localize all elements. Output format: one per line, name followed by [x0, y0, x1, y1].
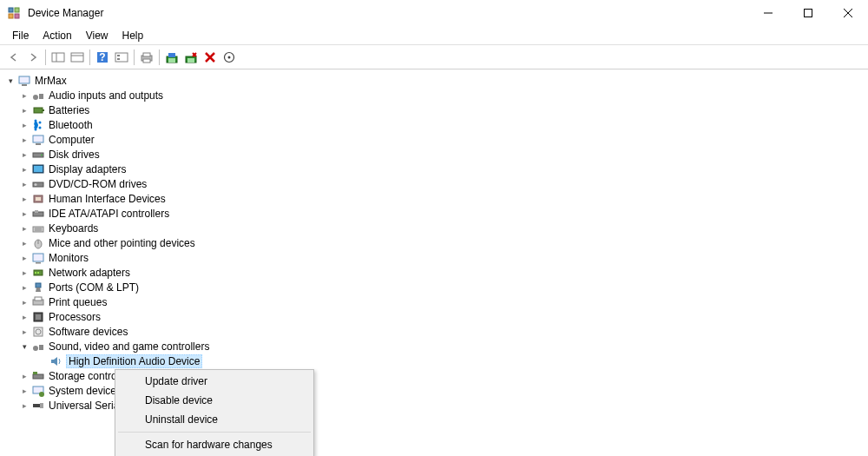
- svg-rect-10: [71, 53, 83, 62]
- chevron-right-icon[interactable]: ▸: [19, 164, 30, 175]
- category-icon: [31, 369, 45, 383]
- minimize-button[interactable]: [748, 0, 788, 26]
- category-icon: [31, 133, 45, 147]
- computer-icon: [17, 74, 31, 88]
- svg-rect-19: [143, 59, 150, 63]
- help-button[interactable]: ?: [94, 49, 111, 66]
- svg-rect-59: [36, 283, 41, 287]
- tree-category-label: Ports (COM & LPT): [49, 281, 139, 294]
- tree-category[interactable]: ▸Human Interface Devices: [5, 191, 863, 206]
- tree-category[interactable]: ▸Audio inputs and outputs: [5, 88, 863, 102]
- chevron-right-icon[interactable]: ▸: [19, 149, 30, 160]
- tree-category[interactable]: ▸Monitors: [5, 250, 863, 265]
- close-button[interactable]: [828, 0, 868, 26]
- tree-root[interactable]: ▾ MrMax: [5, 73, 863, 88]
- category-icon: [31, 148, 45, 162]
- tree-category[interactable]: ▸Disk drives: [5, 147, 863, 162]
- category-icon: [31, 236, 45, 250]
- disable-device-button[interactable]: [182, 49, 200, 66]
- tree-category[interactable]: ▸Computer: [5, 132, 863, 147]
- chevron-right-icon[interactable]: ▸: [19, 223, 30, 234]
- tree-category[interactable]: ▾Sound, video and game controllers: [5, 339, 863, 354]
- tree-category-label: Software devices: [49, 326, 128, 338]
- category-icon: [31, 192, 45, 206]
- svg-rect-61: [35, 297, 42, 301]
- show-hide-tree-button[interactable]: [49, 49, 67, 66]
- toolbar: ?: [0, 45, 868, 69]
- update-driver-button[interactable]: [163, 49, 181, 66]
- back-button[interactable]: [5, 49, 23, 66]
- tree-category[interactable]: ▸Mice and other pointing devices: [5, 235, 863, 250]
- chevron-right-icon[interactable]: ▸: [19, 105, 30, 116]
- chevron-right-icon[interactable]: ▸: [19, 400, 30, 411]
- tree-category[interactable]: ▸DVD/CD-ROM drives: [5, 176, 863, 191]
- tree-category-label: Disk drives: [49, 149, 100, 161]
- tree-category[interactable]: ▸Software devices: [5, 324, 863, 339]
- chevron-right-icon[interactable]: ▸: [19, 327, 30, 337]
- tree-root-label: MrMax: [35, 75, 67, 87]
- context-scan-hardware[interactable]: Scan for hardware changes: [117, 435, 312, 454]
- svg-rect-5: [805, 10, 812, 17]
- tree-category[interactable]: ▸IDE ATA/ATAPI controllers: [5, 206, 863, 221]
- device-tree[interactable]: ▾ MrMax ▸Audio inputs and outputs▸Batter…: [0, 69, 868, 416]
- chevron-right-icon[interactable]: ▸: [19, 120, 30, 130]
- tree-category-label: Processors: [49, 311, 101, 323]
- menu-view[interactable]: View: [79, 28, 115, 43]
- properties-button[interactable]: [69, 49, 86, 66]
- svg-text:?: ?: [99, 51, 105, 63]
- chevron-right-icon[interactable]: ▸: [19, 253, 30, 263]
- tree-category[interactable]: ▸Batteries: [5, 102, 863, 117]
- tree-category-label: Print queues: [49, 296, 107, 308]
- svg-rect-24: [187, 58, 194, 63]
- context-disable-device[interactable]: Disable device: [117, 391, 312, 410]
- tree-category[interactable]: ▸Display adapters: [5, 162, 863, 176]
- chevron-right-icon[interactable]: ▸: [19, 386, 30, 396]
- svg-rect-37: [33, 135, 43, 142]
- chevron-right-icon[interactable]: ▸: [19, 194, 30, 204]
- chevron-right-icon[interactable]: ▸: [19, 90, 30, 101]
- chevron-right-icon[interactable]: ▸: [19, 208, 30, 219]
- context-update-driver[interactable]: Update driver: [117, 372, 312, 391]
- svg-point-40: [41, 154, 43, 155]
- print-button[interactable]: [138, 49, 155, 66]
- chevron-right-icon[interactable]: ▸: [19, 297, 30, 307]
- tree-category-label: DVD/CD-ROM drives: [49, 178, 147, 190]
- titlebar: Device Manager: [0, 0, 868, 26]
- tree-category[interactable]: ▸Bluetooth: [5, 117, 863, 132]
- forward-button[interactable]: [24, 49, 42, 66]
- svg-point-26: [228, 56, 231, 58]
- tree-device[interactable]: High Definition Audio Device: [5, 354, 863, 368]
- tree-category-label: Display adapters: [49, 163, 126, 175]
- category-icon: [31, 266, 45, 280]
- menu-help[interactable]: Help: [115, 28, 151, 43]
- chevron-down-icon[interactable]: ▾: [5, 76, 16, 86]
- category-icon: [31, 177, 45, 191]
- scan-hardware-button[interactable]: [220, 49, 238, 66]
- svg-rect-32: [43, 109, 44, 111]
- chevron-right-icon[interactable]: ▸: [19, 238, 30, 248]
- tree-category-label: Bluetooth: [49, 119, 93, 131]
- tree-category[interactable]: ▸Print queues: [5, 294, 863, 309]
- menu-file[interactable]: File: [5, 28, 36, 43]
- context-uninstall-device[interactable]: Uninstall device: [117, 410, 312, 429]
- tree-category[interactable]: ▸Processors: [5, 309, 863, 324]
- view-menu-button[interactable]: [113, 49, 130, 66]
- uninstall-device-button[interactable]: [201, 49, 219, 66]
- chevron-right-icon[interactable]: ▸: [19, 371, 30, 381]
- maximize-button[interactable]: [788, 0, 828, 26]
- window-title: Device Manager: [28, 7, 861, 19]
- chevron-right-icon[interactable]: ▸: [19, 179, 30, 189]
- svg-rect-15: [117, 55, 120, 56]
- chevron-right-icon[interactable]: ▸: [19, 135, 30, 145]
- svg-point-36: [39, 126, 42, 129]
- chevron-down-icon[interactable]: ▾: [19, 341, 30, 352]
- tree-category[interactable]: ▸Keyboards: [5, 221, 863, 235]
- chevron-right-icon[interactable]: ▸: [19, 268, 30, 278]
- chevron-right-icon[interactable]: ▸: [19, 282, 30, 293]
- tree-category[interactable]: ▸Ports (COM & LPT): [5, 280, 863, 294]
- menu-action[interactable]: Action: [36, 28, 78, 43]
- speaker-icon: [49, 354, 62, 368]
- chevron-right-icon[interactable]: ▸: [19, 312, 30, 322]
- tree-category[interactable]: ▸Network adapters: [5, 265, 863, 280]
- svg-rect-38: [36, 143, 41, 145]
